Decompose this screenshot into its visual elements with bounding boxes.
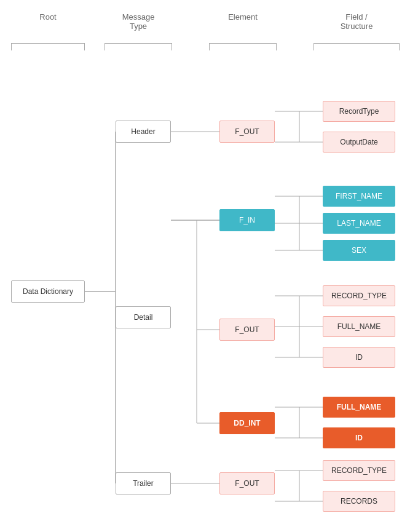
node-f-out-trailer: F_OUT	[219, 472, 275, 494]
bracket-element	[209, 43, 277, 50]
bracket-message-type	[104, 43, 172, 50]
connection-lines	[0, 0, 418, 532]
col-header-field-structure: Field / Structure	[314, 12, 400, 31]
node-f-out-header: F_OUT	[219, 121, 275, 143]
bracket-root	[11, 43, 85, 50]
node-trailer: Trailer	[116, 472, 171, 494]
node-full-name-dd: FULL_NAME	[323, 397, 395, 418]
node-records-trailer: RECORDS	[323, 491, 395, 512]
col-header-element: Element	[209, 12, 277, 22]
node-full-name-detail: FULL_NAME	[323, 316, 395, 337]
node-detail: Detail	[116, 306, 171, 328]
node-output-date: OutputDate	[323, 132, 395, 153]
node-last-name: LAST_NAME	[323, 213, 395, 234]
node-record-type-detail: RECORD_TYPE	[323, 285, 395, 306]
node-record-type-trailer: RECORD_TYPE	[323, 460, 395, 481]
bracket-field-structure	[314, 43, 400, 50]
node-dd-int: DD_INT	[219, 412, 275, 434]
node-f-in: F_IN	[219, 209, 275, 231]
node-id-detail: ID	[323, 347, 395, 368]
col-header-root: Root	[11, 12, 85, 22]
node-data-dictionary: Data Dictionary	[11, 280, 85, 303]
node-id-dd: ID	[323, 427, 395, 448]
col-header-message-type: Message Type	[104, 12, 172, 31]
diagram-container: Root Message Type Element Field / Struct…	[0, 0, 418, 532]
node-header: Header	[116, 121, 171, 143]
node-record-type-header: RecordType	[323, 101, 395, 122]
node-sex: SEX	[323, 240, 395, 261]
node-f-out-detail: F_OUT	[219, 319, 275, 341]
node-first-name: FIRST_NAME	[323, 186, 395, 207]
